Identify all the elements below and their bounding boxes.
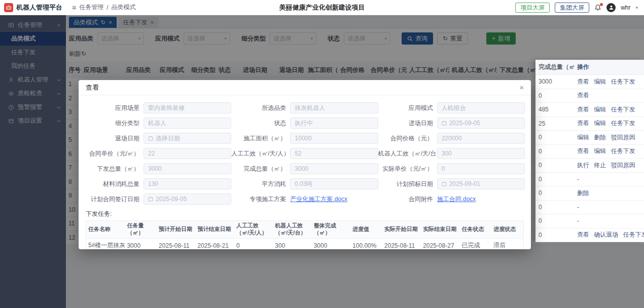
subcol-progress: 进度值: [350, 221, 382, 238]
fixed-row: 0 查看 确认退场 任务下发: [535, 228, 644, 243]
calendar-icon: [442, 121, 447, 126]
cell-done: 0: [535, 145, 574, 159]
subtask-row: 5#楼一层抹灰… 3000 2025-08-11 2025-08-21 0 30…: [86, 239, 523, 250]
fixed-row: 0 执行 终止 驳回原因: [535, 159, 644, 173]
project-screen-button[interactable]: 项目大屏: [515, 3, 550, 13]
row-actions[interactable]: 查看 编辑 任务下发: [574, 103, 644, 117]
breadcrumb-page: 品类模式: [112, 3, 136, 12]
bid-date-field[interactable]: 2025-09-01: [437, 178, 525, 189]
breadcrumb-separator: /: [106, 4, 108, 11]
status-field[interactable]: 执行中: [290, 118, 378, 129]
row-actions[interactable]: 查看 编辑 任务下发: [574, 117, 644, 131]
construction-plan-link[interactable]: 产业化施工方案.docx: [290, 195, 347, 204]
sqm-consumption-field[interactable]: 0.03吨: [290, 178, 378, 189]
subcell-amount: 3000: [125, 239, 157, 250]
subcell-labor-eff: 0: [234, 239, 273, 250]
field-label: 人工工效（㎡/天/人）: [231, 149, 290, 158]
field-label: 退场日期: [85, 134, 144, 143]
subcell-plan-start: 2025-08-11: [157, 239, 195, 250]
subcol-plan-end: 预计结束日期: [196, 221, 234, 238]
field-label: 实际单价（元/㎡）: [378, 165, 437, 173]
subtask-label: 下发任务:: [86, 210, 525, 218]
issued-total-field[interactable]: 3000: [144, 163, 231, 174]
subcol-amount: 任务量（㎡）: [125, 221, 157, 238]
field-label: 计划合同签订日期: [85, 195, 144, 204]
subtask-table: 任务名称 任务量（㎡） 预计开始日期 预计结束日期 人工工效（㎡/天/人） 机器…: [86, 220, 524, 249]
scene-field[interactable]: 室内装饰装修: [144, 102, 231, 113]
notification-dot: [600, 3, 603, 6]
price-field[interactable]: 220000: [437, 133, 525, 144]
field-label: 下发总量（㎡）: [85, 165, 144, 173]
subcell-progress-status: 滞后: [491, 239, 523, 250]
enter-date-field[interactable]: 2025-09-05: [437, 118, 525, 129]
cell-done: 0: [535, 131, 574, 144]
robot-eff-field[interactable]: 300: [437, 148, 525, 159]
row-actions[interactable]: -: [574, 201, 644, 214]
row-actions[interactable]: 查看 编辑 任务下发: [574, 145, 644, 159]
close-icon[interactable]: ×: [519, 84, 524, 91]
area-field[interactable]: 10000: [290, 133, 378, 144]
subcol-progress-status: 进度状态: [491, 221, 523, 238]
unit-price-field[interactable]: 22: [144, 148, 231, 159]
contract-sign-date-field[interactable]: 2025-09-05: [144, 194, 231, 205]
avatar[interactable]: [606, 3, 616, 12]
notification-bell-icon[interactable]: [594, 4, 601, 11]
col-actions: 操作: [574, 60, 644, 74]
fixed-row: 25 查看 编辑 任务下发: [535, 117, 644, 131]
cell-done: 0: [535, 228, 574, 242]
done-total-field[interactable]: 3000: [290, 163, 378, 174]
row-actions[interactable]: 查看: [574, 89, 644, 103]
subcol-name: 任务名称: [86, 221, 125, 238]
category-field[interactable]: 抹灰机器人: [290, 102, 378, 113]
robot-logo-icon: [4, 3, 13, 12]
username[interactable]: whr: [621, 4, 630, 11]
modal-title: 查看: [86, 83, 99, 92]
material-total-field[interactable]: 130: [144, 178, 231, 189]
cell-done: 0: [535, 89, 574, 103]
header-actions: 项目大屏 集团大屏 whr ▾: [515, 3, 644, 13]
mode-field[interactable]: 人机组合: [437, 102, 525, 113]
fixed-row: 0 查看 编辑 任务下发: [535, 145, 644, 159]
subtask-table-header: 任务名称 任务量（㎡） 预计开始日期 预计结束日期 人工工效（㎡/天/人） 机器…: [86, 221, 523, 239]
user-menu-chevron-down-icon[interactable]: ▾: [635, 5, 638, 10]
fixed-row: 0 -: [535, 201, 644, 215]
project-title: 美丽健康产业化创新建设项目: [279, 3, 365, 12]
subcol-actual-end: 实际结束日期: [421, 221, 459, 238]
subcell-progress: 100.00%: [350, 239, 382, 250]
row-actions[interactable]: 查看 确认退场 任务下发: [574, 228, 644, 242]
cell-done: 0: [535, 173, 574, 186]
subcol-done: 整体完成（㎡）: [312, 221, 350, 238]
field-label: 进场日期: [378, 119, 437, 128]
view-modal: 查看 × 应用场景 室内装饰装修 所选品类 抹灰机器人 应用模式 人机组合 细分…: [79, 80, 531, 249]
collapse-menu-icon[interactable]: ≡: [72, 4, 76, 12]
cell-done: 485: [535, 103, 574, 117]
cell-done: 3000: [535, 75, 574, 89]
cell-done: 0: [535, 214, 574, 228]
subtype-field[interactable]: 机器人: [144, 118, 231, 129]
breadcrumb-section[interactable]: 任务管理: [79, 3, 103, 12]
row-actions[interactable]: 删除: [574, 186, 644, 200]
group-screen-button[interactable]: 集团大屏: [555, 3, 589, 13]
row-actions[interactable]: 执行 终止 驳回原因: [574, 159, 644, 172]
contract-attachment-link[interactable]: 施工合同.docx: [437, 195, 476, 204]
app: 机器人管理平台 ≡ 任务管理 / 品类模式 美丽健康产业化创新建设项目 项目大屏…: [0, 0, 644, 308]
field-label: 专项施工方案: [231, 195, 290, 204]
calendar-icon: [442, 181, 447, 186]
subcell-actual-end: 2025-08-27: [421, 239, 459, 250]
cell-done: 0: [535, 201, 574, 214]
field-label: 所选品类: [231, 104, 290, 112]
subcell-plan-end: 2025-08-21: [196, 239, 234, 250]
subcol-plan-start: 预计开始日期: [157, 221, 195, 238]
row-actions[interactable]: -: [574, 214, 644, 228]
subcol-task-status: 任务状态: [460, 221, 492, 238]
field-label: 合同单价（元/㎡）: [85, 149, 144, 158]
row-actions[interactable]: 编辑 删除 驳回原因: [574, 131, 644, 144]
actual-unit-price-field[interactable]: 0: [437, 163, 525, 174]
cell-done: 0: [535, 186, 574, 200]
row-actions[interactable]: 查看 编辑 任务下发: [574, 75, 644, 89]
row-actions[interactable]: -: [574, 173, 644, 186]
labor-eff-field[interactable]: 52: [290, 148, 378, 159]
fixed-row: 0 -: [535, 214, 644, 228]
exit-date-field[interactable]: 选择日期: [144, 133, 231, 144]
field-label: 完成总量（㎡）: [231, 165, 290, 173]
